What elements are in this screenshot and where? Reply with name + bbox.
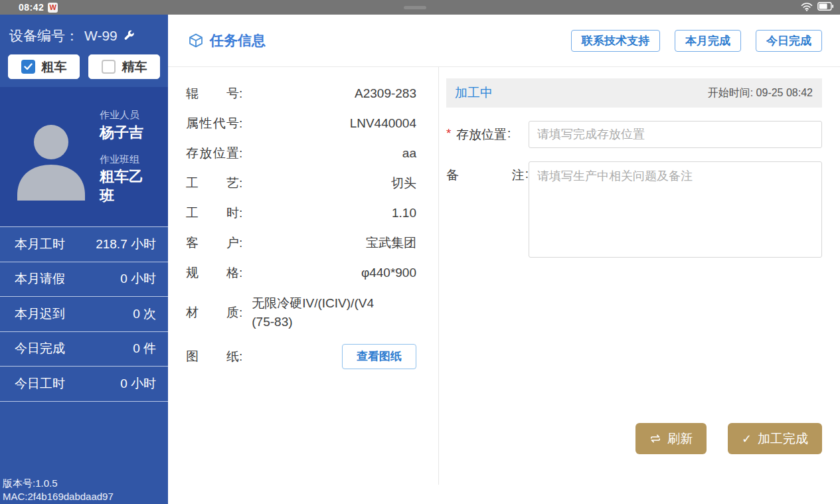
remark-field-label: 备注 (446, 167, 525, 258)
camera-notch (404, 6, 426, 9)
checkbox-checked-icon (21, 60, 35, 74)
battery-icon (817, 2, 833, 13)
main-header: 任务信息 联系技术支持 本月完成 今日完成 (168, 15, 840, 67)
processing-status-bar: 加工中 开始时间: 09-25 08:42 (446, 78, 822, 108)
location-form-row: * 存放位置: (446, 121, 822, 148)
remark-form-row: 备注: (446, 161, 822, 258)
sidebar: 设备编号：W-99 粗车 精车 (0, 15, 168, 504)
operator-profile: 作业人员 杨子吉 作业班组 粗车乙班 (0, 87, 168, 226)
field-drawing: 图纸: 查看图纸 (186, 341, 416, 371)
complete-processing-button[interactable]: ✓ 加工完成 (728, 423, 822, 454)
team-caption: 作业班组 (100, 153, 156, 166)
stat-today-done: 今日完成 0 件 (0, 332, 168, 367)
start-time-label: 开始时间: (708, 87, 753, 98)
notification-app-icon: W (48, 3, 58, 13)
field-work-hours: 工时: 1.10 (186, 198, 416, 228)
field-process: 工艺: 切头 (186, 168, 416, 198)
processing-panel: 加工中 开始时间: 09-25 08:42 * 存放位置: (439, 67, 840, 504)
start-time-value: 09-25 08:42 (756, 87, 813, 98)
wrench-icon[interactable] (123, 30, 135, 42)
wifi-icon (801, 2, 813, 13)
stat-month-leave: 本月请假 0 小时 (0, 262, 168, 297)
app-window: 08:42 W 设备编号：W-99 (0, 0, 840, 504)
mode-rough-label: 粗车 (42, 58, 67, 76)
field-spec: 规格: φ440*900 (186, 258, 416, 288)
refresh-button[interactable]: 刷新 (635, 423, 707, 454)
remark-textarea[interactable] (529, 161, 822, 258)
refresh-icon (649, 434, 661, 444)
status-text: 加工中 (455, 84, 493, 102)
month-done-button[interactable]: 本月完成 (675, 30, 741, 52)
mode-toggle-rough-turning[interactable]: 粗车 (8, 54, 80, 79)
operator-name: 杨子吉 (100, 123, 156, 143)
task-cube-icon (188, 33, 204, 48)
stat-month-hours: 本月工时 218.7 小时 (0, 227, 168, 262)
field-storage-location: 存放位置: aa (186, 138, 416, 168)
checkbox-unchecked-icon (102, 60, 116, 74)
device-number-row: 设备编号：W-99 (8, 24, 160, 54)
operator-caption: 作业人员 (100, 109, 156, 122)
stat-today-hours: 今日工时 0 小时 (0, 367, 168, 402)
mac-text: MAC:2f4b169dabdaad97 (3, 490, 168, 503)
main-area: 任务信息 联系技术支持 本月完成 今日完成 辊号: A2309-283 属性代号 (168, 15, 840, 504)
contact-support-button[interactable]: 联系技术支持 (571, 30, 660, 52)
field-roll-number: 辊号: A2309-283 (186, 78, 416, 108)
version-text: 版本号:1.0.5 (3, 477, 168, 490)
team-name: 粗车乙班 (100, 167, 156, 205)
field-attribute-code: 属性代号: LNV440004 (186, 108, 416, 138)
status-bar: 08:42 W (0, 0, 840, 15)
stats-list: 本月工时 218.7 小时 本月请假 0 小时 本月迟到 0 次 今日完成 0 … (0, 226, 168, 402)
mode-toggle-fine-turning[interactable]: 精车 (88, 54, 160, 79)
task-detail-fields: 辊号: A2309-283 属性代号: LNV440004 存放位置: aa 工… (168, 67, 439, 485)
clock: 08:42 (19, 2, 44, 13)
avatar (12, 114, 90, 201)
location-input[interactable] (529, 121, 822, 148)
check-icon: ✓ (742, 433, 752, 445)
location-field-label: 存放位置 (456, 126, 507, 148)
device-number-label: 设备编号： (9, 27, 79, 45)
page-title: 任务信息 (210, 31, 266, 50)
device-number-value: W-99 (84, 28, 118, 44)
field-customer: 客户: 宝武集团 (186, 228, 416, 258)
field-material: 材质: 无限冷硬IV/(ICIV)/(V4 (75-83) (186, 288, 416, 338)
view-drawing-button[interactable]: 查看图纸 (342, 344, 416, 369)
stat-month-late: 本月迟到 0 次 (0, 297, 168, 332)
mode-fine-label: 精车 (122, 58, 147, 76)
required-asterisk: * (446, 126, 456, 148)
today-done-button[interactable]: 今日完成 (756, 30, 822, 52)
